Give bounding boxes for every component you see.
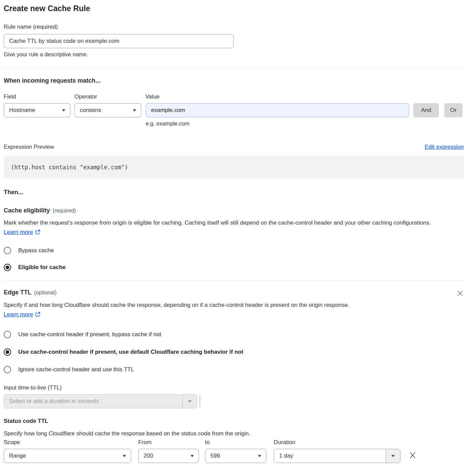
scope-select[interactable]: Range [4,449,131,463]
to-select[interactable]: 599 [205,449,266,463]
external-link-icon [35,311,40,320]
chevron-down-icon [123,455,126,457]
ttl-input-label: Input time-to-live (TTL) [4,384,464,391]
field-label: Field [4,93,75,100]
divider [4,280,464,281]
edge-ttl-heading: Edge TTL(optional) [4,289,57,296]
required-badge: (required) [53,208,76,213]
rule-name-label: Rule name (required) [4,24,464,30]
duration-label: Duration [274,439,295,446]
optional-badge: (optional) [34,290,57,295]
radio-label: Ignore cache-control header and use this… [18,366,134,373]
radio-label: Use cache-control header if present, byp… [18,331,161,338]
operator-label: Operator [75,93,145,100]
value-label: Value [145,93,159,100]
chevron-down-icon [258,455,261,457]
chevron-down-icon [188,400,191,403]
radio-icon[interactable] [4,348,11,356]
field-select-value: Hostname [9,107,35,114]
learn-more-link[interactable]: Learn more [4,229,33,235]
radio-icon[interactable] [4,247,11,254]
cache-eligibility-heading: Cache eligibility(required) [4,207,464,214]
from-select[interactable]: 200 [138,449,199,463]
status-controls-row: Range 200 599 1 day [4,449,464,463]
radio-label: Use cache-control header if present, use… [18,349,243,355]
cache-eligibility-title: Cache eligibility [4,207,50,214]
match-labels-row: Field Operator Value [4,93,464,100]
to-label: to [205,439,274,446]
then-heading: Then... [4,189,464,196]
divider [4,68,464,68]
duration-dropdown-button[interactable] [386,449,400,463]
match-controls-row: Hostname contains And Or [4,103,464,117]
remove-row-icon[interactable] [409,451,417,461]
edit-expression-link[interactable]: Edit expression [425,144,464,150]
radio-icon[interactable] [4,331,11,338]
cache-eligibility-description: Mark whether the request’s response from… [4,218,457,238]
operator-select-value: contains [80,107,101,114]
cache-eligibility-description-text: Mark whether the request’s response from… [4,220,431,226]
page-title: Create new Cache Rule [4,4,464,13]
chevron-down-icon [190,455,194,457]
to-select-value: 599 [210,453,220,459]
status-code-ttl-heading: Status code TTL [4,418,464,425]
match-heading: When incoming requests match... [4,77,464,84]
edge-ttl-description-text: Specify if and how long Cloudflare shoul… [4,302,349,308]
chevron-down-icon [133,109,136,112]
chevron-down-icon [391,455,395,457]
rule-name-input[interactable] [4,34,234,48]
ttl-duration-input[interactable] [9,398,177,405]
value-helper: e.g. example.com [146,120,464,127]
duration-value: 1 day [279,453,293,459]
value-input[interactable] [146,103,409,117]
duration-field[interactable]: 1 day [274,449,386,463]
from-select-value: 200 [144,453,153,459]
field-select[interactable]: Hostname [4,103,70,117]
learn-more-link[interactable]: Learn more [4,311,33,318]
or-button[interactable]: Or [444,103,463,117]
duration-combobox[interactable]: 1 day [274,449,400,463]
radio-label: Eligible for cache [18,264,66,271]
expression-code-block: (http.host contains "example.com") [4,156,464,179]
ttl-duration-field[interactable] [4,395,182,408]
radio-icon[interactable] [4,366,11,373]
expression-code: (http.host contains "example.com") [11,164,128,171]
ttl-duration-dropdown-button[interactable] [182,395,197,408]
rule-name-helper: Give your rule a descriptive name. [4,51,464,58]
edge-ttl-description: Specify if and how long Cloudflare shoul… [4,300,376,320]
ttl-duration-combobox[interactable] [4,394,197,408]
text-cursor [200,395,200,408]
radio-icon[interactable] [4,264,11,271]
and-button[interactable]: And [413,103,439,117]
radio-label: Bypass cache [18,247,54,254]
scope-select-value: Range [9,453,26,459]
radio-cc-default[interactable]: Use cache-control header if present, use… [4,348,464,356]
radio-cc-ignore[interactable]: Ignore cache-control header and use this… [4,366,464,373]
status-labels-row: Scope From to Duration [4,439,464,446]
from-label: From [138,439,205,446]
edge-ttl-title: Edge TTL [4,289,31,296]
radio-bypass-cache[interactable]: Bypass cache [4,247,464,254]
radio-cc-bypass[interactable]: Use cache-control header if present, byp… [4,331,464,338]
expression-preview-label: Expression Preview [4,144,54,150]
close-icon[interactable] [457,290,463,298]
chevron-down-icon [62,109,65,112]
expression-preview-row: Expression Preview Edit expression [4,144,464,150]
status-code-ttl-description: Specify how long Cloudflare should cache… [4,429,464,438]
radio-eligible-for-cache[interactable]: Eligible for cache [4,264,464,271]
operator-select[interactable]: contains [75,103,141,117]
external-link-icon [35,228,40,238]
scope-label: Scope [4,439,138,446]
